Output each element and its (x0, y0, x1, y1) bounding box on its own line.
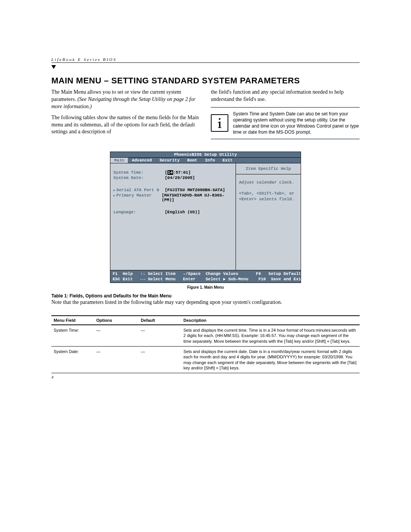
bios-menu-exit: Exit (219, 158, 236, 163)
cell-default: — (139, 325, 181, 346)
note-text: System Time and System Date can also be … (233, 111, 360, 136)
cell-desc: Sets and displays the current date. Date… (181, 347, 360, 373)
bios-lang-value: [English (US)] (165, 210, 200, 214)
bios-footer: F1 Help ↑↓ Select Item -/Space Change Va… (110, 270, 301, 283)
main-table: Menu Field Options Default Description S… (51, 315, 360, 373)
note-rule-bottom (211, 139, 360, 139)
cell-default: — (139, 347, 181, 373)
bios-screenshot: PhoenixBIOS Setup Utility Main Advanced … (110, 152, 301, 283)
bios-time-value: [14:57:01] (165, 170, 191, 175)
bios-help-line1: Adjust calendar clock. (239, 180, 298, 185)
bios-date-value: [04/29/2005] (165, 176, 195, 180)
left-column: The Main Menu allows you to set or view … (51, 89, 200, 141)
section-marker-icon (51, 65, 56, 69)
bios-select-menu: ←→ Select Menu (140, 276, 183, 282)
page-number: 4 (51, 375, 360, 379)
bios-time-label: System Time: (113, 170, 165, 175)
bios-help-line2: <Tab>, <Shift-Tab>, or <Enter> selects f… (239, 191, 298, 203)
page-title: MAIN MENU – SETTING STANDARD SYSTEM PARA… (51, 76, 360, 86)
bios-f10: F10 Save and Exit (258, 276, 304, 282)
info-icon: 1 (211, 114, 228, 132)
bios-menu-security: Security (156, 158, 183, 163)
bios-select-item: ↑↓ Select Item (140, 271, 183, 276)
table-row: System Date: — — Sets and displays the c… (51, 347, 360, 373)
bios-f1: F1 Help (113, 271, 140, 276)
right-column: the field's function and any special inf… (211, 89, 360, 141)
bios-menu-main: Main (110, 158, 128, 163)
intro-p3: the field's function and any special inf… (211, 89, 360, 103)
bios-sata-label: Serial ATA Port 0 (113, 188, 165, 192)
bios-primary-value: [MATSHITADVD-RAM UJ-830S-(PM)] (162, 193, 233, 202)
intro-p1: The Main Menu allows you to set or view … (51, 89, 200, 110)
bios-help-pane: Item Specific Help Adjust calendar clock… (236, 163, 301, 270)
th-default: Default (139, 316, 181, 325)
th-options: Options (94, 316, 139, 325)
table-row: System Time: — — Sets and displays the c… (51, 325, 360, 346)
bios-date-label: System Date: (113, 176, 165, 180)
bios-menu-info: Info (201, 158, 218, 163)
cell-field: System Time: (51, 325, 94, 346)
bios-primary-label: Primary Master (113, 193, 162, 202)
bios-menu-advanced: Advanced (128, 158, 156, 163)
cell-field: System Date: (51, 347, 94, 373)
table-title: Table 1: Fields, Options and Defaults fo… (51, 293, 360, 299)
intro-p2: The following tables show the names of t… (51, 114, 200, 136)
bios-sata-value: [FUJITSU MHT2080BH-SATA] (165, 188, 225, 192)
bios-change-values: -/Space Change Values (183, 271, 256, 276)
bios-f9: F9 Setup Defaults (256, 271, 303, 276)
cell-options: — (94, 347, 139, 373)
bios-help-title: Item Specific Help (236, 163, 301, 174)
cell-options: — (94, 325, 139, 346)
note-box: 1 System Time and System Date can also b… (211, 107, 360, 139)
header-rule (51, 62, 360, 63)
bios-menu-boot: Boot (183, 158, 201, 163)
th-description: Description (181, 316, 360, 325)
cell-desc: Sets and displays the current time. Time… (181, 325, 360, 346)
table-note: Note that the parameters listed in the f… (51, 299, 360, 305)
bios-title: PhoenixBIOS Setup Utility (110, 152, 301, 158)
bios-lang-label: Language: (113, 210, 165, 214)
bios-menu-bar: Main Advanced Security Boot Info Exit (110, 158, 301, 163)
bios-enter: Enter Select ▶ Sub-Menu (183, 276, 258, 282)
figure-caption: Figure 1. Main Menu (51, 285, 360, 289)
th-menu-field: Menu Field (51, 316, 94, 325)
running-header: LifeBook E Series BIOS (51, 57, 360, 62)
bios-left-pane: System Time: [14:57:01] System Date: [04… (110, 163, 236, 270)
bios-esc: ESC Exit (113, 276, 140, 282)
note-rule-top (211, 107, 360, 108)
